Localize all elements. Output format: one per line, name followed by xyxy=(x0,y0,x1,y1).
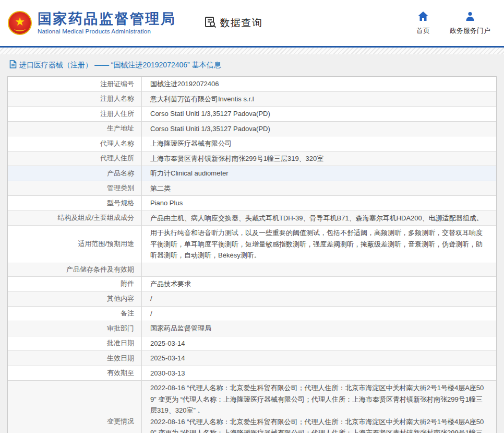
row-value: 2025-03-14 xyxy=(142,336,496,351)
row-label-text: 注册人名称 xyxy=(100,94,134,103)
table-row: 代理人名称上海隆瑷医疗器械有限公司 xyxy=(8,136,496,151)
row-value: 国械注进20192072406 xyxy=(142,77,496,91)
row-value-text: 产品技术要求 xyxy=(150,278,191,290)
site-header: ★ 国家药品监督管理局 National Medical Products Ad… xyxy=(0,0,504,46)
row-label: 有效期至 xyxy=(8,366,142,381)
row-value: Piano Plus xyxy=(142,196,496,210)
home-icon xyxy=(417,11,429,24)
row-label-text: 审批部门 xyxy=(107,324,134,333)
row-value-text: 产品由主机、病人响应交换器、头戴式耳机TDH-39、骨导耳机B71、森海塞尔耳机… xyxy=(150,213,483,224)
row-label-text: 变更情况 xyxy=(107,417,134,426)
row-label: 批准日期 xyxy=(8,336,142,351)
table-row: 生效日期2025-03-14 xyxy=(8,350,496,366)
table-row: 生产地址Corso Stati Uniti 1/3,35127 Padova(P… xyxy=(8,121,496,136)
row-label-text: 型号规格 xyxy=(107,198,134,208)
breadcrumb: 进口医疗器械（注册） —— “国械注进20192072406” 基本信息 xyxy=(0,54,504,76)
row-label: 代理人住所 xyxy=(8,151,142,166)
header-nav: 首页 政务服务门户 xyxy=(416,11,490,36)
row-value-text: / xyxy=(150,308,152,320)
row-label: 产品名称 xyxy=(8,166,142,181)
row-value-text: 国械注进20192072406 xyxy=(150,78,219,90)
table-row: 适用范围/预期用途用于执行纯音和语音听力测试，以及一些重要的阈值测试，包括不舒适… xyxy=(8,225,496,263)
row-value-text: 意大利茵万笛有限公司Inventis s.r.l xyxy=(150,93,254,105)
data-query-title: 数据查询 xyxy=(203,15,263,31)
row-label-text: 产品储存条件及有效期 xyxy=(66,265,134,274)
row-value-text: / xyxy=(150,293,152,305)
table-row: 有效期至2030-03-13 xyxy=(8,366,496,381)
row-label: 审批部门 xyxy=(8,321,142,336)
star-icon: ★ xyxy=(15,16,25,28)
row-label-text: 产品名称 xyxy=(107,169,134,178)
row-value-text: 听力计Clinical audiometer xyxy=(150,168,229,179)
row-label: 备注 xyxy=(8,307,142,321)
table-row: 审批部门国家药品监督管理局 xyxy=(8,321,496,336)
row-label: 其他内容 xyxy=(8,291,142,306)
row-value-text: 2022-08-16 “代理人名称：北京爱生科贸有限公司；代理人住所：北京市海淀… xyxy=(150,382,488,433)
data-query-label: 数据查询 xyxy=(220,16,263,30)
hatch-band xyxy=(0,48,504,54)
row-value: / xyxy=(142,291,496,306)
row-value: Corso Stati Uniti 1/3,35127 Padova(PD) xyxy=(142,107,496,121)
row-value: / xyxy=(142,307,496,321)
page-title: 进口医疗器械（注册） —— “国械注进20192072406” 基本信息 xyxy=(19,61,221,70)
table-row: 附件产品技术要求 xyxy=(8,276,496,291)
row-value: 意大利茵万笛有限公司Inventis s.r.l xyxy=(142,92,496,107)
data-search-icon xyxy=(203,15,217,31)
row-value: 听力计Clinical audiometer xyxy=(142,166,496,181)
nav-gov-portal-label: 政务服务门户 xyxy=(450,26,490,36)
page: ★ 国家药品监督管理局 National Medical Products Ad… xyxy=(0,0,504,433)
nav-gov-portal[interactable]: 政务服务门户 xyxy=(450,11,490,36)
row-label: 附件 xyxy=(8,277,142,291)
table-row: 型号规格Piano Plus xyxy=(8,195,496,210)
row-value-text: Corso Stati Uniti 1/3,35127 Padova(PD) xyxy=(150,108,270,120)
row-label-text: 其他内容 xyxy=(107,294,134,303)
brand-text: 国家药品监督管理局 National Medical Products Admi… xyxy=(38,11,176,34)
row-label: 注册人名称 xyxy=(8,92,142,107)
table-row: 代理人住所上海市奉贤区青村镇新张村南张299号1幢三层319、320室 xyxy=(8,151,496,166)
row-value: 产品由主机、病人响应交换器、头戴式耳机TDH-39、骨导耳机B71、森海塞尔耳机… xyxy=(142,211,496,226)
row-value: 国家药品监督管理局 xyxy=(142,321,496,336)
row-label: 结构及组成/主要组成成分 xyxy=(8,211,142,226)
row-value-text: 上海隆瑷医疗器械有限公司 xyxy=(150,138,232,149)
row-label-text: 管理类别 xyxy=(107,183,134,193)
nav-home[interactable]: 首页 xyxy=(416,11,430,36)
row-label-text: 注册证编号 xyxy=(100,79,134,89)
row-value-text: Corso Stati Uniti 1/3,35127 Padova(PD) xyxy=(150,123,270,135)
row-label: 管理类别 xyxy=(8,181,142,196)
site-logo[interactable]: ★ 国家药品监督管理局 National Medical Products Ad… xyxy=(8,11,176,35)
info-table: 注册证编号国械注进20192072406注册人名称意大利茵万笛有限公司Inven… xyxy=(7,76,497,433)
nav-home-label: 首页 xyxy=(416,26,430,36)
row-value: 第二类 xyxy=(142,181,496,196)
row-label-text: 生效日期 xyxy=(107,354,134,363)
row-label: 产品储存条件及有效期 xyxy=(8,263,142,276)
row-value: 2030-03-13 xyxy=(142,366,496,381)
row-label-text: 附件 xyxy=(121,279,134,288)
row-value-text: 国家药品监督管理局 xyxy=(150,323,211,334)
row-value xyxy=(142,263,496,276)
row-label: 注册证编号 xyxy=(8,77,142,91)
national-emblem-icon: ★ xyxy=(8,11,32,35)
row-label: 生产地址 xyxy=(8,122,142,136)
row-value-text: Piano Plus xyxy=(150,197,183,209)
row-value: 用于执行纯音和语音听力测试，以及一些重要的阈值测试，包括不舒适阈，高频测听，多频… xyxy=(142,226,496,263)
table-row: 其他内容/ xyxy=(8,291,496,306)
row-label: 注册人住所 xyxy=(8,107,142,121)
row-label-text: 代理人住所 xyxy=(100,154,134,163)
row-label: 代理人名称 xyxy=(8,136,142,151)
row-label-text: 结构及组成/主要组成成分 xyxy=(57,213,134,223)
content-area: 进口医疗器械（注册） —— “国械注进20192072406” 基本信息 注册证… xyxy=(0,54,504,433)
row-label: 生效日期 xyxy=(8,351,142,366)
row-label-text: 备注 xyxy=(121,309,134,318)
row-label-text: 适用范围/预期用途 xyxy=(78,239,134,249)
row-value: 产品技术要求 xyxy=(142,277,496,291)
document-icon xyxy=(9,60,17,70)
row-label: 型号规格 xyxy=(8,196,142,210)
table-row: 产品储存条件及有效期 xyxy=(8,263,496,276)
row-label: 变更情况 xyxy=(8,381,142,433)
row-value-text: 2025-03-14 xyxy=(150,338,185,349)
row-label-text: 注册人住所 xyxy=(100,109,134,119)
row-value-text: 第二类 xyxy=(150,183,171,194)
table-row: 结构及组成/主要组成成分产品由主机、病人响应交换器、头戴式耳机TDH-39、骨导… xyxy=(8,210,496,226)
table-row: 变更情况2022-08-16 “代理人名称：北京爱生科贸有限公司；代理人住所：北… xyxy=(8,380,496,433)
row-label: 适用范围/预期用途 xyxy=(8,226,142,263)
